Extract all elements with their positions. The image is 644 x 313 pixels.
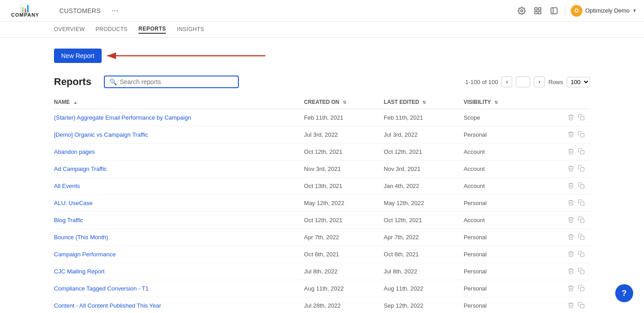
copy-icon-9[interactable] (578, 268, 585, 275)
delete-icon-1[interactable] (568, 131, 574, 139)
report-link-7[interactable]: Bounce (This Month) (54, 234, 108, 241)
nav-customers[interactable]: CUSTOMERS (54, 5, 106, 16)
table-row: ALU: UseCase May 12th, 2022 May 12th, 20… (54, 195, 590, 212)
copy-icon-8[interactable] (578, 250, 585, 258)
row-visibility-0: Scope (464, 109, 554, 126)
delete-icon-3[interactable] (568, 165, 574, 173)
chevron-down-icon: ▼ (632, 8, 637, 13)
brand[interactable]: 📊 COMPANY (7, 4, 43, 18)
delete-icon-9[interactable] (568, 268, 574, 275)
row-edited-7: Apr 7th, 2022 (384, 229, 464, 246)
row-created-0: Feb 11th, 2021 (304, 109, 384, 126)
copy-icon-2[interactable] (578, 148, 585, 156)
delete-icon-5[interactable] (568, 199, 574, 207)
col-name[interactable]: NAME ▲ (54, 95, 304, 109)
new-report-button[interactable]: New Report (54, 49, 102, 63)
row-edited-1: Jul 3rd, 2022 (384, 126, 464, 143)
delete-icon-8[interactable] (568, 250, 574, 258)
row-actions-9 (554, 263, 590, 280)
grid-icon[interactable] (532, 5, 543, 16)
svg-rect-2 (539, 8, 541, 10)
row-actions-4 (554, 178, 590, 195)
col-visibility[interactable]: VISIBILITY ⇅ (464, 95, 554, 109)
rows-label: Rows (548, 79, 563, 85)
report-link-2[interactable]: Abandon pages (54, 148, 95, 155)
page-info: 1-100 of 100 (465, 79, 498, 85)
sub-nav: OVERVIEW PRODUCTS REPORTS INSIGHTS (0, 22, 644, 38)
report-link-8[interactable]: Campaign Performance (54, 251, 116, 258)
delete-icon-4[interactable] (568, 182, 574, 190)
next-page-button[interactable]: › (534, 76, 545, 87)
col-edited[interactable]: LAST EDITED ⇅ (384, 95, 464, 109)
row-edited-8: Oct 6th, 2021 (384, 246, 464, 263)
row-name-7: Bounce (This Month) (54, 229, 304, 246)
search-icon: 🔍 (109, 78, 117, 85)
report-link-9[interactable]: CJC Mailing Report (54, 268, 105, 275)
delete-icon-11[interactable] (568, 302, 574, 309)
brand-name: COMPANY (11, 12, 39, 18)
tab-overview[interactable]: OVERVIEW (54, 26, 85, 33)
report-link-1[interactable]: [Demo] Organic vs Campaign Traffic (54, 131, 148, 138)
svg-rect-5 (551, 8, 557, 14)
row-actions-1 (554, 126, 590, 143)
svg-rect-18 (581, 270, 584, 274)
row-edited-10: Aug 11th, 2022 (384, 280, 464, 297)
table-row: [Demo] Organic vs Campaign Traffic Jul 3… (54, 126, 590, 143)
page-number-input[interactable]: 1 (516, 76, 530, 87)
table-header: NAME ▲ CREATED ON ⇅ LAST EDITED ⇅ VISIBI… (54, 95, 590, 109)
col-created[interactable]: CREATED ON ⇅ (304, 95, 384, 109)
tab-products[interactable]: PRODUCTS (95, 26, 127, 33)
copy-icon-10[interactable] (578, 285, 585, 292)
nav-more[interactable]: ··· (108, 4, 122, 17)
main-content: New Report Reports 🔍 1-100 of 100 ‹ 1 › … (0, 38, 644, 313)
svg-rect-19 (581, 287, 584, 291)
row-created-1: Jul 3rd, 2022 (304, 126, 384, 143)
tab-reports[interactable]: REPORTS (139, 26, 166, 34)
report-link-5[interactable]: ALU: UseCase (54, 200, 93, 206)
copy-icon-11[interactable] (578, 302, 585, 309)
report-link-3[interactable]: Ad Campaign Traffic (54, 165, 107, 172)
row-edited-0: Feb 11th, 2021 (384, 109, 464, 126)
tab-insights[interactable]: INSIGHTS (177, 26, 204, 33)
report-link-10[interactable]: Compliance Tagged Conversion - T1 (54, 285, 149, 292)
copy-icon-5[interactable] (578, 199, 585, 207)
delete-icon-6[interactable] (568, 216, 574, 224)
copy-icon-0[interactable] (578, 114, 585, 121)
row-edited-9: Jul 8th, 2022 (384, 263, 464, 280)
svg-rect-10 (581, 134, 584, 137)
row-visibility-3: Account (464, 161, 554, 178)
prev-page-button[interactable]: ‹ (501, 76, 512, 87)
row-created-6: Oct 12th, 2021 (304, 212, 384, 229)
sidebar-icon[interactable] (549, 5, 559, 16)
avatar: O (571, 5, 582, 17)
report-link-4[interactable]: All Events (54, 183, 80, 189)
header-left: Reports 🔍 (54, 76, 239, 88)
copy-icon-3[interactable] (578, 165, 585, 173)
sort-icon-name: ▲ (73, 100, 78, 105)
report-link-0[interactable]: (Starter) Aggregate Email Performance by… (54, 114, 191, 121)
delete-icon-7[interactable] (568, 233, 574, 241)
row-visibility-2: Account (464, 143, 554, 161)
user-menu[interactable]: O Optimizely Demo ▼ (571, 5, 637, 17)
delete-icon-10[interactable] (568, 285, 574, 292)
svg-rect-1 (535, 8, 537, 10)
delete-icon-0[interactable] (568, 114, 574, 121)
report-link-11[interactable]: Content - All Content Published This Yea… (54, 302, 161, 309)
copy-icon-4[interactable] (578, 182, 585, 190)
row-edited-5: May 12th, 2022 (384, 195, 464, 212)
copy-icon-6[interactable] (578, 216, 585, 224)
row-name-1: [Demo] Organic vs Campaign Traffic (54, 126, 304, 143)
help-button[interactable]: ? (615, 284, 633, 302)
gear-icon[interactable] (516, 5, 527, 16)
svg-rect-14 (581, 202, 584, 206)
search-input[interactable] (120, 78, 233, 85)
delete-icon-2[interactable] (568, 148, 574, 156)
copy-icon-1[interactable] (578, 131, 585, 139)
report-link-6[interactable]: Blog Traffic (54, 217, 83, 224)
row-visibility-6: Account (464, 212, 554, 229)
copy-icon-7[interactable] (578, 233, 585, 241)
rows-select[interactable]: 100 50 25 (567, 77, 590, 87)
row-created-2: Oct 12th, 2021 (304, 143, 384, 161)
reports-table: NAME ▲ CREATED ON ⇅ LAST EDITED ⇅ VISIBI… (54, 95, 590, 313)
table-row: Compliance Tagged Conversion - T1 Aug 11… (54, 280, 590, 297)
